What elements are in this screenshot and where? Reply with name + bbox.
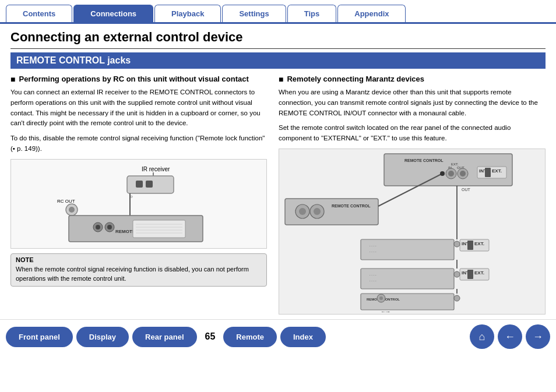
rear-panel-button[interactable]: Rear panel <box>132 327 196 347</box>
forward-button[interactable]: → <box>526 324 550 349</box>
tab-settings[interactable]: Settings <box>222 5 286 22</box>
svg-text:REMOTE CONTROL: REMOTE CONTROL <box>404 158 444 163</box>
svg-text:RC OUT: RC OUT <box>57 199 75 204</box>
page-number: 65 <box>205 331 216 342</box>
tab-tips[interactable]: Tips <box>287 5 337 22</box>
top-navigation: Contents Connections Playback Settings T… <box>0 0 556 24</box>
note-text: When the remote control signal receiving… <box>16 264 262 284</box>
svg-text:· ·   · ·: · · · · <box>370 244 376 248</box>
tab-connections[interactable]: Connections <box>73 5 153 22</box>
note-label: NOTE <box>16 256 262 263</box>
tab-contents[interactable]: Contents <box>6 5 72 22</box>
svg-point-69 <box>454 295 460 301</box>
svg-text:OUT: OUT <box>381 311 390 312</box>
right-body2: Set the remote control switch located on… <box>279 123 546 144</box>
page-title: Connecting an external control device <box>10 30 546 49</box>
tab-appendix[interactable]: Appendix <box>337 5 406 22</box>
right-column: Remotely connecting Marantz devices When… <box>279 75 546 315</box>
svg-point-67 <box>454 241 460 247</box>
svg-point-17 <box>107 225 112 229</box>
svg-rect-51 <box>467 241 473 250</box>
main-content: Connecting an external control device RE… <box>0 24 556 315</box>
svg-text:EXT.: EXT. <box>451 163 459 166</box>
svg-rect-4 <box>146 181 153 188</box>
svg-point-39 <box>299 208 306 215</box>
svg-text:EXT.: EXT. <box>492 168 502 174</box>
svg-rect-18 <box>133 220 185 238</box>
right-subtitle: Remotely connecting Marantz devices <box>279 75 546 84</box>
svg-text:EXT.: EXT. <box>474 270 484 276</box>
right-diagram: REMOTE CONTROL IN OUT EXT. INT. EXT. OUT <box>279 149 546 315</box>
svg-point-31 <box>460 171 466 176</box>
svg-rect-58 <box>467 270 473 279</box>
svg-rect-59 <box>361 294 454 310</box>
svg-text:REMOTE CONTROL: REMOTE CONTROL <box>332 204 371 208</box>
remote-button[interactable]: Remote <box>223 327 277 347</box>
left-diagram-svg: IR receiver ○ RC OUT <box>40 163 238 245</box>
note-box: NOTE When the remote control signal rece… <box>10 253 267 287</box>
svg-text:OUT: OUT <box>462 188 471 192</box>
svg-text:· ·   · ·: · · · · <box>370 279 376 282</box>
svg-text:· ·   · ·: · · · · <box>370 250 376 253</box>
svg-text:EXT.: EXT. <box>474 241 484 246</box>
svg-rect-35 <box>485 168 491 177</box>
svg-text:IR receiver: IR receiver <box>142 166 170 172</box>
left-subtitle: Performing operations by RC on this unit… <box>10 75 267 84</box>
svg-point-41 <box>314 208 321 215</box>
right-body1: When you are using a Marantz device othe… <box>279 87 546 118</box>
bottom-navigation: Front panel Display Rear panel 65 Remote… <box>0 319 556 354</box>
index-button[interactable]: Index <box>280 327 326 347</box>
display-button[interactable]: Display <box>76 327 129 347</box>
back-button[interactable]: ← <box>498 324 522 349</box>
left-body1: You can connect an external IR receiver … <box>10 87 267 129</box>
left-column: Performing operations by RC on this unit… <box>10 75 267 315</box>
front-panel-button[interactable]: Front panel <box>6 327 73 347</box>
right-diagram-svg: REMOTE CONTROL IN OUT EXT. INT. EXT. OUT <box>279 149 530 312</box>
content-columns: Performing operations by RC on this unit… <box>10 75 546 315</box>
svg-point-10 <box>69 207 75 213</box>
svg-point-15 <box>96 225 100 229</box>
left-body2: To do this, disable the remote control s… <box>10 133 267 154</box>
svg-text:· ·   · ·: · · · · <box>370 273 376 277</box>
home-button[interactable]: ⌂ <box>470 324 494 349</box>
section-header: REMOTE CONTROL jacks <box>10 52 546 69</box>
svg-point-29 <box>448 171 454 176</box>
tab-playback[interactable]: Playback <box>154 5 221 22</box>
svg-point-68 <box>454 271 460 277</box>
svg-point-62 <box>379 296 383 300</box>
svg-point-44 <box>440 171 445 176</box>
svg-rect-3 <box>136 181 143 188</box>
left-diagram: IR receiver ○ RC OUT <box>10 159 267 249</box>
